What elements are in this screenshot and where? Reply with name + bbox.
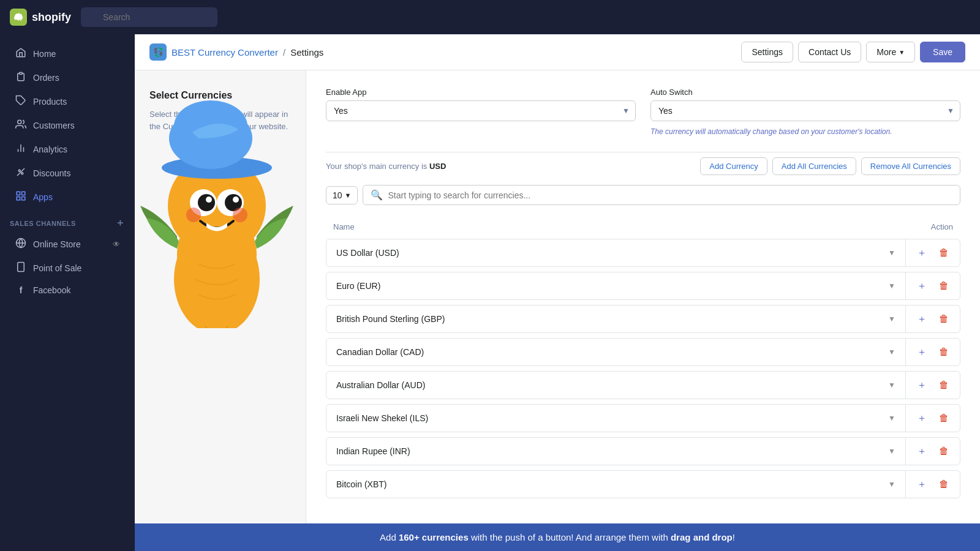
auto-switch-label: Auto Switch xyxy=(650,88,960,97)
auto-switch-group: Auto Switch Yes No ▼ The currency will a… xyxy=(650,88,960,137)
currency-label-eur: Euro (EUR) xyxy=(336,281,380,291)
currency-chevron-icon-cad: ▼ xyxy=(888,348,895,356)
sidebar-item-home[interactable]: Home xyxy=(5,42,130,66)
more-button[interactable]: More ▼ xyxy=(866,42,915,62)
currency-delete-button-aud[interactable]: 🗑 xyxy=(933,372,955,399)
currency-name-inr: Indian Rupee (INR) ▼ xyxy=(326,439,905,463)
contact-us-button[interactable]: Contact Us xyxy=(798,42,861,62)
svg-point-2 xyxy=(18,120,21,124)
currency-delete-button-inr[interactable]: 🗑 xyxy=(933,438,955,465)
currency-action-buttons: Add Currency Add All Currencies Remove A… xyxy=(700,157,960,175)
sidebar-item-analytics-label: Analytics xyxy=(33,144,67,154)
global-search-input[interactable] xyxy=(81,7,217,27)
add-sales-channel-button[interactable]: ＋ xyxy=(115,217,126,230)
currency-delete-button-cad[interactable]: 🗑 xyxy=(933,339,955,365)
shopify-wordmark: shopify xyxy=(32,11,71,24)
currency-add-button-eur[interactable]: ＋ xyxy=(911,272,933,299)
shopify-bag-icon xyxy=(10,9,27,26)
currency-add-button-xbt[interactable]: ＋ xyxy=(911,471,933,498)
currency-add-button-ils[interactable]: ＋ xyxy=(911,405,933,432)
currency-row: US Dollar (USD) ▼ ＋ 🗑 xyxy=(326,239,960,267)
save-button[interactable]: Save xyxy=(920,42,965,62)
mascot-svg xyxy=(137,83,296,328)
more-label: More xyxy=(876,47,896,57)
sidebar-item-home-label: Home xyxy=(33,49,56,59)
sidebar-item-online-store-label: Online Store xyxy=(33,239,81,249)
per-page-select[interactable]: 10 ▼ xyxy=(326,186,358,204)
auto-switch-select[interactable]: Yes No xyxy=(650,100,960,121)
currency-add-button-gbp[interactable]: ＋ xyxy=(911,305,933,332)
sidebar-item-orders[interactable]: Orders xyxy=(5,66,130,89)
sidebar-item-point-of-sale[interactable]: Point of Sale xyxy=(5,257,130,280)
sidebar-item-analytics[interactable]: Analytics xyxy=(5,138,130,161)
currency-label-inr: Indian Rupee (INR) xyxy=(336,446,410,456)
banner-text-3: ! xyxy=(733,532,735,542)
sidebar-item-facebook-label: Facebook xyxy=(33,285,70,295)
sidebar-item-discounts[interactable]: Discounts xyxy=(5,162,130,185)
currency-delete-button-ils[interactable]: 🗑 xyxy=(933,405,955,432)
currency-actions-xbt: ＋ 🗑 xyxy=(905,471,960,498)
currency-delete-button-usd[interactable]: 🗑 xyxy=(933,239,955,266)
settings-button[interactable]: Settings xyxy=(741,42,793,62)
sales-channels-label: SALES CHANNELS xyxy=(10,220,76,227)
svg-point-24 xyxy=(198,194,215,211)
search-wrapper: 🔍 xyxy=(81,7,632,27)
banner-bold-1: 160+ currencies xyxy=(399,532,469,542)
sidebar-item-online-store[interactable]: Online Store 👁 xyxy=(5,233,130,256)
svg-point-30 xyxy=(233,208,247,222)
customers-icon xyxy=(15,119,27,132)
currency-name-eur: Euro (EUR) ▼ xyxy=(326,274,905,298)
enable-app-select-wrapper: Yes No ▼ xyxy=(326,100,636,121)
currency-actions-usd: ＋ 🗑 xyxy=(905,239,960,266)
currency-row: Canadian Dollar (CAD) ▼ ＋ 🗑 xyxy=(326,338,960,366)
currency-label-gbp: British Pound Sterling (GBP) xyxy=(336,314,445,324)
currency-delete-button-eur[interactable]: 🗑 xyxy=(933,272,955,299)
currency-add-button-cad[interactable]: ＋ xyxy=(911,339,933,365)
currency-label-usd: US Dollar (USD) xyxy=(336,248,399,258)
currency-chevron-icon-usd: ▼ xyxy=(888,249,895,257)
page-body: Select Currencies Select the currencies … xyxy=(135,70,980,523)
enable-app-select[interactable]: Yes No xyxy=(326,100,636,121)
currency-search-input[interactable] xyxy=(388,190,952,200)
breadcrumb-app-name[interactable]: BEST Currency Converter xyxy=(172,47,278,58)
sidebar-item-products-label: Products xyxy=(33,97,67,107)
sidebar-item-customers[interactable]: Customers xyxy=(5,114,130,137)
auto-switch-hint: The currency will automatically change b… xyxy=(650,126,960,137)
svg-point-29 xyxy=(186,208,201,222)
right-panel: Enable App Yes No ▼ Auto Switch xyxy=(306,70,980,523)
remove-all-currencies-button[interactable]: Remove All Currencies xyxy=(861,157,960,175)
per-page-chevron-icon: ▼ xyxy=(345,192,352,199)
currency-chevron-icon-gbp: ▼ xyxy=(888,315,895,323)
currency-chevron-icon-aud: ▼ xyxy=(888,381,895,389)
currency-add-button-usd[interactable]: ＋ xyxy=(911,239,933,266)
currency-add-button-inr[interactable]: ＋ xyxy=(911,438,933,465)
bottom-banner: Add 160+ currencies with the push of a b… xyxy=(135,523,980,551)
per-page-value: 10 xyxy=(333,190,342,200)
more-chevron-icon: ▼ xyxy=(899,49,905,56)
shopify-logo[interactable]: shopify xyxy=(10,9,71,26)
left-panel: Select Currencies Select the currencies … xyxy=(135,70,306,523)
currency-search-icon: 🔍 xyxy=(371,189,383,201)
sales-channels-section: SALES CHANNELS ＋ xyxy=(0,209,135,232)
pos-icon xyxy=(15,261,27,275)
currency-row: Australian Dollar (AUD) ▼ ＋ 🗑 xyxy=(326,371,960,399)
sidebar-item-products[interactable]: Products xyxy=(5,90,130,113)
currency-chevron-icon-xbt: ▼ xyxy=(888,480,895,489)
enable-app-group: Enable App Yes No ▼ xyxy=(326,88,636,137)
breadcrumb: 💱 BEST Currency Converter / Settings xyxy=(149,43,323,61)
svg-rect-12 xyxy=(17,197,20,200)
currency-delete-button-gbp[interactable]: 🗑 xyxy=(933,305,955,332)
main-content: 💱 BEST Currency Converter / Settings Set… xyxy=(135,34,980,551)
sidebar-item-apps[interactable]: Apps xyxy=(5,186,130,209)
currency-add-button-aud[interactable]: ＋ xyxy=(911,372,933,399)
currency-actions-aud: ＋ 🗑 xyxy=(905,372,960,399)
currency-label-xbt: Bitcoin (XBT) xyxy=(336,479,386,489)
currency-list: US Dollar (USD) ▼ ＋ 🗑 Euro (EUR) ▼ ＋ 🗑 B… xyxy=(326,239,960,498)
add-all-currencies-button[interactable]: Add All Currencies xyxy=(772,157,856,175)
analytics-icon xyxy=(15,143,27,156)
currency-actions-cad: ＋ 🗑 xyxy=(905,339,960,365)
home-icon xyxy=(15,47,27,61)
currency-delete-button-xbt[interactable]: 🗑 xyxy=(933,471,955,498)
add-currency-button[interactable]: Add Currency xyxy=(700,157,767,175)
sidebar-item-facebook[interactable]: f Facebook xyxy=(5,280,130,300)
